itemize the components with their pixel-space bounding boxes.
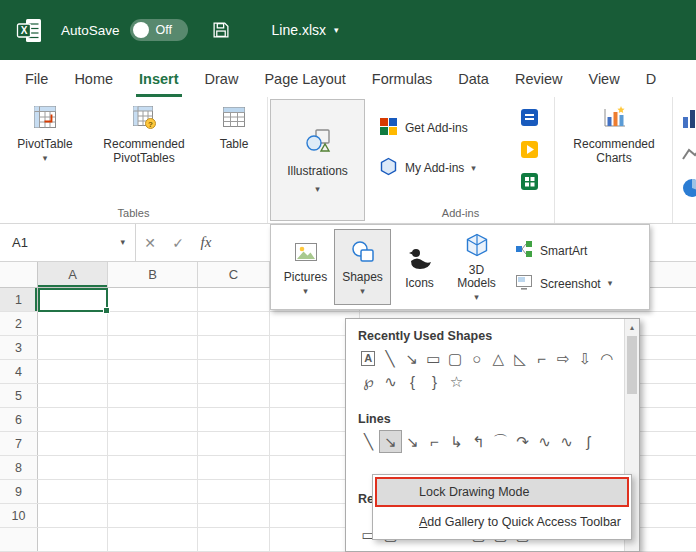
smartart-button[interactable]: SmartArt [515,240,612,261]
recommended-pivottables-button[interactable]: ? Recommended PivotTables [86,104,202,165]
context-menu-item[interactable]: Lock Drawing Mode [375,477,629,507]
cell[interactable] [108,480,198,503]
line-arrow-shape-icon[interactable]: ↘ [380,431,401,452]
rounded-rectangle-shape-icon[interactable]: ▢ [445,348,466,369]
row-header[interactable]: 8 [0,456,38,479]
pivottable-button[interactable]: PivotTable ▾ [8,104,82,163]
connector-curved-arrow-shape-icon[interactable]: ↷ [512,431,533,452]
cell[interactable] [198,432,270,455]
document-title[interactable]: Line.xlsx ▾ [272,22,339,38]
row-header[interactable]: 7 [0,432,38,455]
scroll-up-icon[interactable]: ▴ [625,319,639,335]
star-shape-icon[interactable]: ☆ [446,371,467,392]
autosave-toggle[interactable]: Off [130,19,188,41]
cell[interactable] [108,312,198,335]
cell[interactable] [108,456,198,479]
cell[interactable] [108,384,198,407]
triangle-shape-icon[interactable]: △ [488,348,509,369]
cell[interactable] [38,432,108,455]
right-triangle-shape-icon[interactable]: ◺ [510,348,531,369]
recommended-charts-button[interactable]: Recommended Charts [563,104,665,165]
rectangle-shape-icon[interactable]: ▭ [423,348,444,369]
icons-button[interactable]: Icons [391,229,448,305]
row-header[interactable]: 4 [0,360,38,383]
down-arrow-shape-icon[interactable]: ⇩ [575,348,596,369]
cell[interactable] [38,480,108,503]
text-box-shape-icon[interactable]: A [358,348,379,369]
line-shape-icon[interactable]: ╲ [380,348,401,369]
connector-elbow-double-shape-icon[interactable]: ↰ [468,431,489,452]
ribbon-tab[interactable]: Data [445,60,502,97]
context-menu-item[interactable]: Add Gallery to Quick Access Toolbar [375,507,629,537]
cell[interactable] [198,312,270,335]
save-icon[interactable] [212,21,230,39]
cell[interactable] [108,336,198,359]
line-chart-icon[interactable] [681,143,696,167]
cell[interactable] [108,432,198,455]
curve-shape-icon[interactable]: ∿ [380,371,401,392]
blue-addin-icon[interactable] [521,109,538,130]
table-button[interactable]: Table [206,104,262,151]
name-box[interactable]: A1 ▾ [0,224,136,261]
insert-function-icon[interactable]: fx [192,234,220,251]
ribbon-tab[interactable]: Page Layout [251,60,358,97]
row-header[interactable]: 2 [0,312,38,335]
ribbon-tab[interactable]: Formulas [359,60,445,97]
my-addins-button[interactable]: My Add-ins ▾ [379,157,476,179]
freeform-shape-icon[interactable]: ʃ [578,431,599,452]
l-shape-shape-icon[interactable]: ⌐ [531,348,552,369]
cell[interactable] [198,408,270,431]
ribbon-tab[interactable]: File [12,60,61,97]
cancel-icon[interactable]: ✕ [136,235,164,251]
cell[interactable] [108,408,198,431]
cell[interactable] [198,360,270,383]
cell[interactable] [38,360,108,383]
cell[interactable] [38,312,108,335]
ribbon-tab[interactable]: View [575,60,632,97]
cell[interactable] [108,504,198,527]
ribbon-tab[interactable]: D [633,60,669,97]
column-header[interactable]: A [38,262,108,287]
connector-curved-shape-icon[interactable]: ⌒ [490,431,511,452]
cell[interactable] [38,504,108,527]
illustrations-button[interactable]: Illustrations ▾ [270,99,365,221]
ribbon-tab[interactable]: Insert [126,60,192,97]
connector-curved-double-shape-icon[interactable]: ∿ [534,431,555,452]
cell[interactable] [38,336,108,359]
ribbon-tab[interactable]: Review [502,60,576,97]
ribbon-tab[interactable]: Home [61,60,126,97]
pie-chart-icon[interactable] [681,177,696,203]
arrow-shape-icon[interactable]: ↘ [401,348,422,369]
cell[interactable] [38,288,108,311]
cell[interactable] [198,384,270,407]
left-brace-shape-icon[interactable]: { [402,371,423,392]
cell[interactable] [108,288,198,311]
connector-elbow-shape-icon[interactable]: ⌐ [424,431,445,452]
enter-icon[interactable]: ✓ [164,235,192,251]
oval-shape-icon[interactable]: ○ [466,348,487,369]
row-header[interactable]: 10 [0,504,38,527]
cell[interactable] [38,408,108,431]
cell[interactable] [198,288,270,311]
column-header[interactable]: B [108,262,198,287]
column-chart-icon[interactable] [681,107,696,133]
arc-shape-icon[interactable]: ◠ [596,348,617,369]
shapes-button[interactable]: Shapes ▾ [334,229,391,305]
ribbon-tab[interactable]: Draw [192,60,252,97]
get-addins-button[interactable]: Get Add-ins [379,117,468,139]
cell[interactable] [198,504,270,527]
row-header[interactable]: 5 [0,384,38,407]
column-header[interactable]: C [198,262,270,287]
cell[interactable] [108,360,198,383]
line-arrow-double-shape-icon[interactable]: ↘ [402,431,423,452]
row-header[interactable]: 6 [0,408,38,431]
connector-elbow-arrow-shape-icon[interactable]: ↳ [446,431,467,452]
3d-models-button[interactable]: 3D Models ▾ [448,229,505,305]
pictures-button[interactable]: Pictures ▾ [277,229,334,305]
screenshot-button[interactable]: Screenshot ▾ [515,273,612,294]
yellow-addin-icon[interactable] [521,141,538,162]
curve-shape-icon[interactable]: ∿ [556,431,577,452]
select-all-corner[interactable] [0,262,38,287]
cell[interactable] [38,384,108,407]
line-shape-icon[interactable]: ╲ [358,431,379,452]
